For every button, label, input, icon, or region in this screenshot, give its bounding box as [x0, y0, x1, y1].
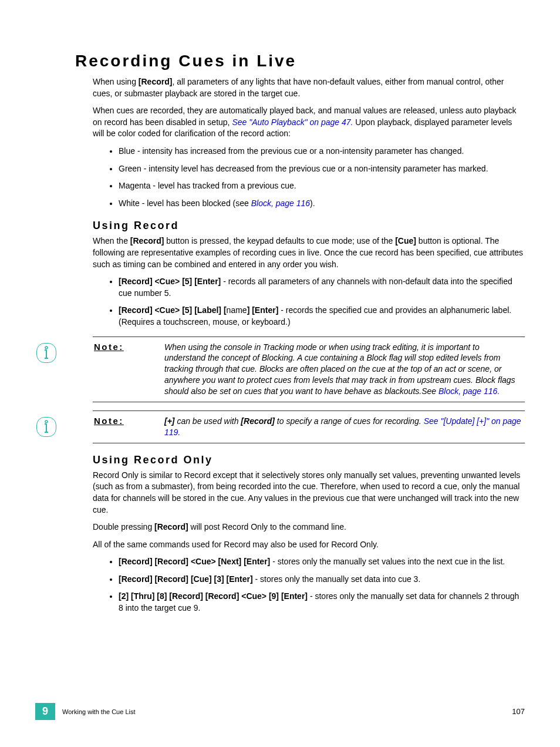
list-item: [Record] [Record] [Cue] [3] [Enter] - st… [119, 574, 525, 586]
text: ). [310, 198, 315, 208]
record-only-paragraph-3: All of the same commands used for Record… [93, 539, 525, 551]
list-item: [2] [Thru] [8] [Record] [Record] <Cue> [… [119, 591, 525, 614]
record-key: [Record] [139, 77, 173, 86]
note-block-plus: Note: [+] can be used with [Record] to s… [35, 410, 525, 443]
color-code-list: Blue - intensity has increased from the … [107, 146, 525, 209]
svg-point-0 [45, 346, 48, 349]
heading-using-record-only: Using Record Only [93, 454, 525, 466]
text: can be used with [175, 416, 241, 426]
intro-paragraph-2: When cues are recorded, they are automat… [93, 105, 525, 140]
record-only-examples-list: [Record] [Record] <Cue> [Next] [Enter] -… [107, 556, 525, 614]
record-only-paragraph-1: Record Only is similar to Record except … [93, 470, 525, 516]
note-block-tracking: Note: When using the console in Tracking… [35, 337, 525, 402]
text: to specify a range of cues for recording… [275, 416, 424, 426]
text: Double pressing [93, 522, 154, 531]
divider [93, 402, 525, 402]
list-item: [Record] [Record] <Cue> [Next] [Enter] -… [119, 556, 525, 568]
text: will post Record Only to the command lin… [188, 522, 346, 531]
text: When using [93, 77, 139, 86]
document-page: Recording Cues in Live When using [Recor… [0, 0, 560, 747]
content-area: Recording Cues in Live When using [Recor… [75, 52, 525, 614]
intro-paragraph-1: When using [Record], all parameters of a… [93, 76, 525, 99]
footer-section-title: Working with the Cue List [62, 708, 512, 715]
note-row: Note: [+] can be used with [Record] to s… [35, 411, 525, 443]
command: [Record] [Record] [Cue] [3] [Enter] [119, 574, 253, 584]
note-label: Note: [94, 342, 164, 352]
command: [Record] [Record] <Cue> [Next] [Enter] [119, 557, 270, 566]
text: - stores only the manually set data into… [253, 574, 421, 584]
note-icon-wrap [35, 416, 94, 437]
info-icon [36, 343, 56, 363]
text: When the [93, 236, 130, 245]
command: [Record] <Cue> [5] [Label] [ [119, 305, 227, 315]
list-item: [Record] <Cue> [5] [Label] [name] [Enter… [119, 305, 525, 328]
record-examples-list: [Record] <Cue> [5] [Enter] - records all… [107, 276, 525, 328]
command: [2] [Thru] [8] [Record] [Record] <Cue> [… [119, 591, 308, 601]
record-only-paragraph-2: Double pressing [Record] will post Recor… [93, 521, 525, 533]
record-key: [Record] [154, 522, 188, 531]
heading-using-record: Using Record [93, 220, 525, 232]
list-item: Green - intensity level has decreased fr… [119, 163, 525, 175]
record-key: [Record] [130, 236, 164, 245]
note-row: Note: When using the console in Tracking… [35, 337, 525, 402]
list-item: White - level has been blocked (see Bloc… [119, 198, 525, 210]
record-key: [Record] [241, 416, 275, 426]
text: - stores only the manually set values in… [270, 557, 505, 566]
note-body: When using the console in Tracking mode … [164, 342, 525, 397]
text: name [227, 305, 247, 315]
command: ] [Enter] [247, 305, 279, 315]
page-footer: 9 Working with the Cue List 107 [35, 703, 525, 720]
info-icon [36, 417, 56, 437]
command: [Record] <Cue> [5] [Enter] [119, 277, 221, 286]
link-block[interactable]: Block, page 116. [438, 386, 500, 396]
page-number: 107 [512, 707, 525, 716]
list-item: Blue - intensity has increased from the … [119, 146, 525, 157]
using-record-paragraph: When the [Record] button is pressed, the… [93, 235, 525, 270]
chapter-number: 9 [35, 703, 55, 720]
list-item: Magenta - level has tracked from a previ… [119, 180, 525, 192]
text: White - level has been blocked (see [119, 198, 251, 208]
cue-key: [Cue] [395, 236, 416, 245]
svg-point-1 [45, 420, 48, 423]
plus-key: [+] [164, 416, 175, 426]
note-label: Note: [94, 416, 164, 426]
list-item: [Record] <Cue> [5] [Enter] - records all… [119, 276, 525, 299]
link-block[interactable]: Block, page 116 [251, 198, 310, 208]
page-title: Recording Cues in Live [75, 52, 525, 70]
text: button is pressed, the keypad defaults t… [164, 236, 395, 245]
divider [93, 443, 525, 443]
note-body: [+] can be used with [Record] to specify… [164, 416, 525, 438]
note-icon-wrap [35, 342, 94, 363]
link-auto-playback[interactable]: See "Auto Playback" on page 47. [232, 117, 353, 127]
